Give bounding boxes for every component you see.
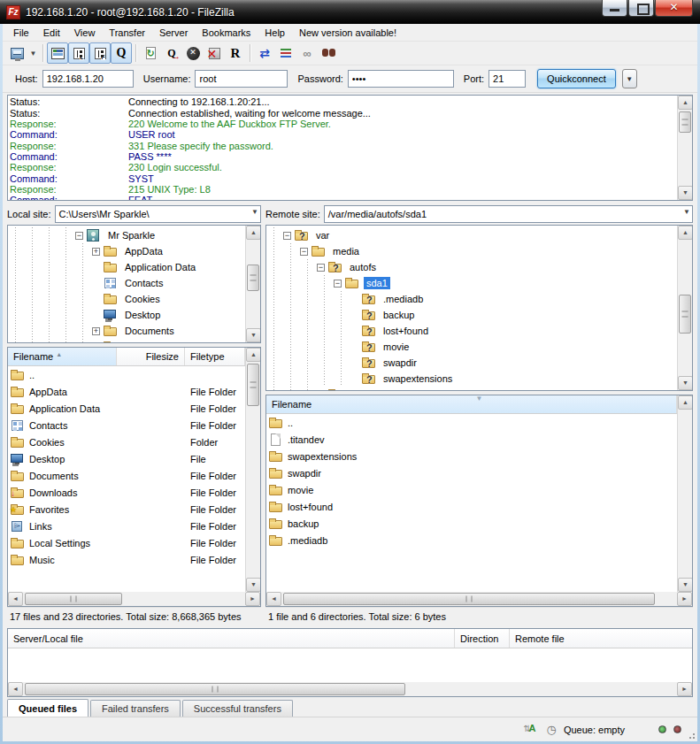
local-file-row[interactable]: Contacts File Folder xyxy=(8,417,245,433)
scroll-down-icon[interactable] xyxy=(246,578,260,592)
site-manager-dropdown[interactable]: ▼ xyxy=(27,42,39,64)
remote-tree-scrollbar[interactable] xyxy=(677,226,692,390)
scroll-left-icon[interactable] xyxy=(8,682,23,696)
remote-tree-item[interactable]: − var xyxy=(266,227,677,243)
remote-tree-item[interactable]: movie xyxy=(266,339,677,355)
column-server-local-file[interactable]: Server/Local file xyxy=(8,629,455,648)
expand-icon[interactable]: + xyxy=(92,327,100,335)
new-version-notice[interactable]: New version available! xyxy=(292,26,404,40)
local-file-row[interactable]: Local Settings File Folder xyxy=(8,534,245,551)
local-site-combo[interactable]: C:\Users\Mr Sparkle\ ▼ xyxy=(55,205,261,223)
local-file-row[interactable]: Application Data File Folder xyxy=(8,400,245,417)
remote-tree-item[interactable]: lost+found xyxy=(266,323,677,339)
remote-tree-item[interactable]: − autofs xyxy=(266,259,677,275)
menu-bookmarks[interactable]: Bookmarks xyxy=(195,26,258,40)
maximize-button[interactable] xyxy=(628,0,654,17)
local-file-row[interactable]: Music File Folder xyxy=(8,551,245,568)
local-file-row[interactable]: Favorites File Folder xyxy=(8,501,245,518)
scroll-left-icon[interactable] xyxy=(8,592,23,606)
remote-tree-item[interactable]: − sda1 xyxy=(266,275,677,291)
tab-queued-files[interactable]: Queued files xyxy=(7,699,88,717)
menu-transfer[interactable]: Transfer xyxy=(102,26,152,40)
scroll-left-icon[interactable] xyxy=(266,592,281,606)
menu-file[interactable]: File xyxy=(6,26,36,40)
remote-file-row[interactable]: swapextensions xyxy=(266,448,677,464)
local-file-row[interactable]: Documents File Folder xyxy=(8,467,245,484)
port-input[interactable] xyxy=(488,70,526,88)
remote-list-hscrollbar[interactable] xyxy=(266,592,692,606)
log-scrollbar[interactable] xyxy=(677,96,692,200)
remote-file-row[interactable]: .titandev xyxy=(266,431,677,448)
scroll-right-icon[interactable] xyxy=(677,682,692,696)
splitter-collapse-icon[interactable]: ▼ xyxy=(476,395,483,403)
collapse-icon[interactable]: − xyxy=(283,232,291,240)
local-file-row[interactable]: Desktop File xyxy=(8,450,245,467)
speed-limit-icon[interactable]: ◷ xyxy=(547,723,557,736)
scroll-up-icon[interactable] xyxy=(678,96,693,110)
toggle-local-tree-button[interactable]: L xyxy=(68,42,89,64)
remote-tree-item[interactable]: swapextensions xyxy=(266,371,677,387)
toggle-remote-tree-button[interactable]: F xyxy=(89,42,111,64)
chevron-down-icon[interactable]: ▼ xyxy=(683,208,690,216)
toggle-message-log-button[interactable] xyxy=(47,42,68,64)
local-list-scrollbar[interactable] xyxy=(245,348,260,592)
local-list-hscrollbar[interactable] xyxy=(8,592,260,606)
remote-file-row[interactable]: .mediadb xyxy=(266,532,677,548)
local-file-row[interactable]: Links File Folder xyxy=(8,518,245,534)
close-button[interactable] xyxy=(655,0,693,17)
scroll-up-icon[interactable] xyxy=(246,348,260,362)
local-file-row[interactable]: .. xyxy=(8,366,245,383)
column-remote-file[interactable]: Remote file xyxy=(510,629,692,648)
site-manager-button[interactable] xyxy=(6,42,27,64)
scroll-right-icon[interactable] xyxy=(677,592,692,606)
menu-view[interactable]: View xyxy=(67,26,103,40)
quickconnect-button[interactable]: Quickconnect xyxy=(537,69,616,88)
scroll-down-icon[interactable] xyxy=(678,578,692,592)
process-queue-button[interactable]: Q xyxy=(161,42,182,64)
find-files-button[interactable] xyxy=(318,42,339,64)
menu-server[interactable]: Server xyxy=(152,26,195,40)
password-input[interactable] xyxy=(348,70,454,88)
tab-successful-transfers[interactable]: Successful transfers xyxy=(182,700,293,717)
local-tree-item[interactable]: Desktop xyxy=(8,307,245,323)
remote-tree-item[interactable]: swapdir xyxy=(266,355,677,371)
remote-file-row[interactable]: lost+found xyxy=(266,498,677,515)
queue-hscrollbar[interactable] xyxy=(8,682,692,696)
collapse-icon[interactable]: − xyxy=(300,248,308,256)
synchronized-browsing-button[interactable]: ∞ xyxy=(296,42,318,64)
quickconnect-dropdown-button[interactable]: ▼ xyxy=(622,69,637,88)
username-input[interactable] xyxy=(195,70,288,88)
remote-tree-item[interactable]: .mediadb xyxy=(266,291,677,307)
collapse-icon[interactable]: − xyxy=(317,264,325,272)
refresh-button[interactable] xyxy=(140,42,161,64)
local-tree-item[interactable]: + AppData xyxy=(8,243,245,259)
column-filename[interactable]: Filename xyxy=(266,395,677,413)
directory-comparison-button[interactable] xyxy=(275,42,296,64)
scroll-up-icon[interactable] xyxy=(678,226,693,240)
scroll-up-icon[interactable] xyxy=(246,226,261,240)
scroll-down-icon[interactable] xyxy=(678,186,693,200)
scroll-right-icon[interactable] xyxy=(245,592,260,606)
menu-help[interactable]: Help xyxy=(258,26,292,40)
local-tree-item[interactable]: + Documents xyxy=(8,323,245,339)
remote-tree-item[interactable]: backup xyxy=(266,307,677,323)
scroll-down-icon[interactable] xyxy=(246,328,261,342)
host-input[interactable] xyxy=(42,70,134,88)
resize-grip[interactable] xyxy=(687,731,696,740)
remote-tree-item[interactable]: dvd xyxy=(266,387,677,390)
remote-tree-item[interactable]: − media xyxy=(266,243,677,259)
scroll-down-icon[interactable] xyxy=(678,376,693,390)
column-filename[interactable]: Filename▲ xyxy=(8,348,117,365)
disconnect-button[interactable] xyxy=(204,42,225,64)
remote-site-combo[interactable]: /var/media/autofs/sda1 ▼ xyxy=(324,205,693,223)
local-file-row[interactable]: Cookies Folder xyxy=(8,433,245,450)
collapse-icon[interactable]: − xyxy=(334,280,342,288)
local-file-row[interactable]: Downloads File Folder xyxy=(8,484,245,501)
remote-list-scrollbar[interactable] xyxy=(677,395,692,592)
remote-file-row[interactable]: swapdir xyxy=(266,464,677,481)
scroll-up-icon[interactable] xyxy=(678,395,692,410)
expand-icon[interactable]: + xyxy=(92,248,100,256)
column-direction[interactable]: Direction xyxy=(455,629,510,648)
reconnect-button[interactable]: R xyxy=(225,42,246,64)
minimize-button[interactable] xyxy=(602,0,627,17)
